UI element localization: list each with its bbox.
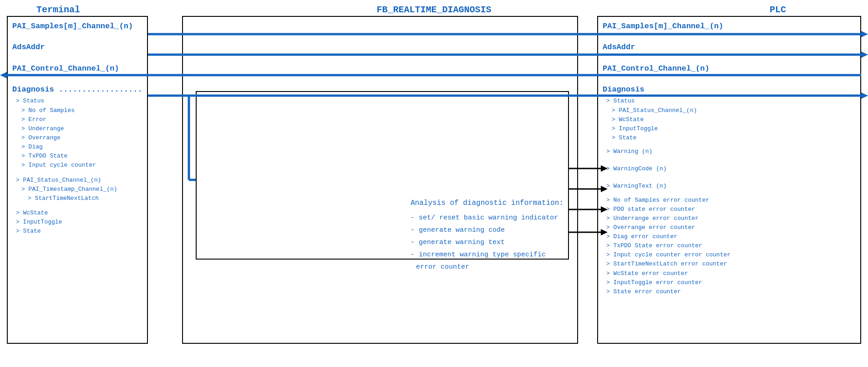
terminal-pai-samples: PAI_Samples[m]_Channel_(n) (12, 20, 142, 32)
terminal-no-of-samples: > No of Samples (12, 106, 142, 115)
terminal-header: Terminal (36, 5, 80, 15)
plc-inputtoggle: > InputToggle (603, 124, 856, 133)
analysis-text: Analysis of diagnostic information: - se… (411, 197, 563, 273)
svg-marker-1 (861, 31, 868, 37)
plc-warning: > Warning (n) (603, 147, 856, 156)
plc-diagnosis: Diagnosis (603, 84, 856, 96)
svg-marker-5 (0, 72, 7, 78)
plc-content: PAI_Samples[m]_Channel_(n) AdsAddr PAI_C… (598, 17, 860, 300)
terminal-pai-status-channel: > PAI_Status_Channel_(n) (12, 176, 142, 185)
plc-warning-code: > WarningCode (n) (603, 164, 856, 173)
plc-pai-control: PAI_Control_Channel_(n) (603, 63, 856, 75)
terminal-wcstate: > WcState (12, 209, 142, 218)
plc-pai-status-channel: > PAI_Status_Channel_(n) (603, 106, 856, 115)
plc-spacer4 (603, 191, 856, 196)
plc-input-cycle-err: > Input cycle counter error counter (603, 250, 856, 260)
terminal-inputtoggle: > InputToggle (12, 218, 142, 227)
terminal-start-time-next-latch: > StartTimeNextLatch (12, 194, 142, 203)
terminal-status: > Status (12, 97, 142, 106)
plc-pdo-state-err: > PDO state error counter (603, 205, 856, 214)
terminal-spacer1 (12, 170, 142, 176)
terminal-spacer2 (12, 203, 142, 209)
fb-header: FB_REALTIME_DIAGNOSIS (376, 5, 491, 15)
terminal-underrange: > Underrange (12, 124, 142, 133)
main-container: Terminal FB_REALTIME_DIAGNOSIS PLC PAI_S… (0, 0, 868, 367)
plc-underrange-err: > Underrange error counter (603, 214, 856, 223)
plc-spacer1 (603, 143, 856, 147)
svg-marker-7 (861, 92, 868, 99)
terminal-overrange: > Overrange (12, 133, 142, 143)
plc-wcstate-err: > WcState error counter (603, 269, 856, 278)
terminal-error: > Error (12, 115, 142, 124)
terminal-box: PAI_Samples[m]_Channel_(n) AdsAddr PAI_C… (7, 16, 148, 344)
plc-txpdo-err: > TxPDO State error counter (603, 241, 856, 250)
analysis-line2: - generate warning code (411, 224, 563, 236)
terminal-state: > State (12, 227, 142, 236)
plc-spacer2 (603, 156, 856, 164)
plc-start-time-err: > StartTimeNextLatch error counter (603, 260, 856, 269)
plc-no-of-samples-err: > No of Samples error counter (603, 196, 856, 205)
plc-header: PLC (770, 5, 786, 15)
plc-state: > State (603, 133, 856, 143)
plc-state-err: > State error counter (603, 287, 856, 296)
plc-box: PAI_Samples[m]_Channel_(n) AdsAddr PAI_C… (597, 16, 861, 344)
terminal-diag: > Diag (12, 143, 142, 152)
plc-wcstate: > WcState (603, 115, 856, 124)
analysis-title: Analysis of diagnostic information: (411, 197, 563, 210)
analysis-line4: - increment warning type specific (411, 249, 563, 261)
analysis-line3: - generate warning text (411, 236, 563, 249)
plc-overrange-err: > Overrange error counter (603, 223, 856, 232)
plc-diag-err: > Diag error counter (603, 232, 856, 241)
terminal-pai-control: PAI_Control_Channel_(n) (12, 63, 142, 75)
terminal-pai-timestamp: > PAI_Timestamp_Channel_(n) (12, 185, 142, 194)
plc-pai-samples: PAI_Samples[m]_Channel_(n) (603, 20, 856, 32)
svg-marker-3 (861, 51, 868, 58)
terminal-txpdo-state: > TxPDO State (12, 152, 142, 161)
plc-warning-text: > WarningText (n) (603, 182, 856, 191)
terminal-content: PAI_Samples[m]_Channel_(n) AdsAddr PAI_C… (8, 17, 147, 240)
plc-adsaddr: AdsAddr (603, 41, 856, 53)
plc-spacer3 (603, 173, 856, 182)
terminal-input-cycle-counter: > Input cycle counter (12, 161, 142, 170)
analysis-line5: error counter (411, 261, 563, 273)
terminal-diagnosis: Diagnosis .................. (12, 84, 142, 96)
analysis-line1: - set/ reset basic warning indicator (411, 212, 563, 224)
analysis-box: Analysis of diagnostic information: - se… (196, 91, 569, 260)
plc-status: > Status (603, 97, 856, 106)
plc-inputtoggle-err: > InputToggle error counter (603, 278, 856, 287)
terminal-adsaddr: AdsAddr (12, 41, 142, 53)
